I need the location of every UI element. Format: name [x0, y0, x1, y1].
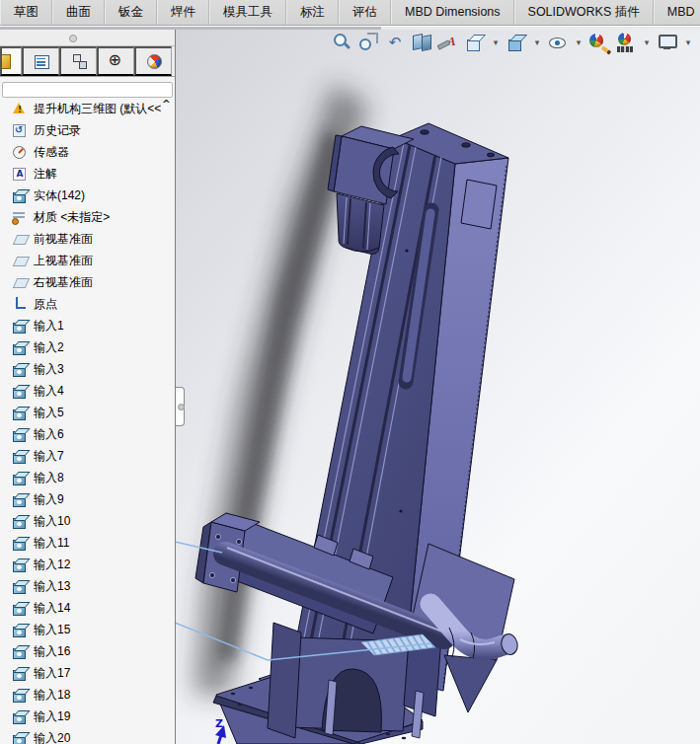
configurationmanager-tab[interactable]: [59, 46, 97, 76]
ribbon-bottom-strip-left: [0, 27, 381, 30]
tree-item[interactable]: 输入19: [0, 706, 175, 727]
tree-scroll-up-arrow[interactable]: ^: [162, 99, 171, 111]
tree-item[interactable]: 原点: [0, 293, 175, 315]
view-orientation-button[interactable]: [463, 31, 487, 54]
zoom-to-area-button[interactable]: [356, 31, 380, 54]
tree-item-label: 输入3: [34, 361, 64, 378]
ribbon-tab[interactable]: MBD Dimensions: [391, 0, 514, 25]
tree-item[interactable]: 输入18: [0, 684, 175, 706]
cube-icon: [12, 405, 28, 420]
tree-root-item[interactable]: 提升机构三维图 (默认<<: [0, 98, 175, 119]
displaymanager-tab[interactable]: [134, 46, 172, 76]
tree-item-label: 输入10: [34, 513, 70, 530]
previous-view-button[interactable]: ↶: [383, 31, 407, 54]
cube-icon: [12, 665, 28, 681]
tree-item[interactable]: 前视基准面: [0, 228, 175, 250]
cube-icon: [12, 730, 28, 744]
cube-icon: [12, 491, 28, 507]
hide-show-items-button[interactable]: [546, 31, 570, 54]
cube-icon: [12, 708, 28, 724]
tree-item-label: 历史记录: [34, 122, 81, 139]
view-orientation-dropdown[interactable]: ▾: [490, 31, 502, 54]
section-view-button[interactable]: [410, 31, 433, 54]
cube-icon: [12, 339, 28, 355]
tree-item[interactable]: 输入1: [0, 315, 175, 336]
tree-item-label: 原点: [34, 296, 57, 313]
propertymanager-tab[interactable]: [22, 46, 59, 76]
tree-item-label: 输入15: [34, 622, 70, 638]
ribbon-tab[interactable]: 草图: [0, 0, 52, 25]
cube-icon: [12, 470, 28, 485]
ribbon-tab[interactable]: 模具工具: [209, 0, 286, 25]
ribbon-tab[interactable]: 评估: [339, 0, 391, 25]
tree-item-label: 输入6: [34, 426, 64, 443]
graphics-area[interactable]: Z ↶: [175, 30, 700, 744]
hide-show-items-dropdown[interactable]: ▾: [573, 31, 584, 54]
apply-scene-dropdown[interactable]: ▾: [641, 31, 653, 54]
edit-appearance-button[interactable]: [587, 31, 611, 54]
ribbon-tab[interactable]: 曲面: [52, 0, 105, 25]
feature-tree: 提升机构三维图 (默认<< 历史记录 传感器 注解: [0, 98, 175, 744]
ribbon-tab[interactable]: 焊件: [157, 0, 209, 25]
history-icon: [12, 122, 28, 138]
tree-item[interactable]: 右视基准面: [0, 271, 175, 293]
display-style-dropdown[interactable]: ▾: [531, 31, 543, 54]
tree-item-label: 前视基准面: [34, 231, 93, 248]
tree-item[interactable]: 输入9: [0, 488, 175, 510]
tree-filter-input[interactable]: [2, 82, 173, 98]
tree-item-label: 传感器: [34, 144, 69, 161]
tree-item[interactable]: 输入14: [0, 597, 175, 619]
model-canvas[interactable]: Z: [175, 30, 700, 744]
display-style-button[interactable]: [505, 31, 528, 54]
tree-item[interactable]: 输入15: [0, 619, 175, 640]
plane-icon: [12, 274, 28, 290]
tree-item-label: 输入5: [34, 405, 64, 421]
tree-root-label: 提升机构三维图 (默认<<: [34, 101, 161, 117]
tree-item[interactable]: 上视基准面: [0, 250, 175, 271]
tree-item[interactable]: 输入12: [0, 554, 175, 575]
tree-item[interactable]: 输入8: [0, 467, 175, 488]
tree-item-label: 输入2: [34, 339, 64, 356]
tree-item[interactable]: 材质 <未指定>: [0, 206, 175, 228]
panel-grip-handle[interactable]: [0, 30, 175, 45]
cube-icon: [12, 622, 28, 637]
ribbon-tab[interactable]: 标注: [286, 0, 339, 25]
tree-item[interactable]: 输入7: [0, 445, 175, 467]
panel-splitter-handle[interactable]: [176, 387, 185, 426]
tree-item-label: 输入4: [34, 383, 64, 400]
ribbon-tab[interactable]: 钣金: [105, 0, 157, 25]
tree-item-label: 输入13: [34, 578, 70, 595]
view-settings-button[interactable]: [656, 31, 679, 54]
note-icon: [12, 166, 28, 182]
tree-item[interactable]: 历史记录: [0, 119, 175, 141]
dynamic-annotation-views-button[interactable]: [436, 31, 460, 54]
tree-item[interactable]: 注解: [0, 163, 175, 185]
tree-item[interactable]: 输入17: [0, 662, 175, 684]
tree-item-label: 输入12: [34, 557, 70, 573]
tree-item[interactable]: 输入16: [0, 640, 175, 662]
ribbon-tab[interactable]: SOLIDWORKS 插件: [514, 0, 654, 25]
tree-item[interactable]: 输入10: [0, 510, 175, 532]
view-settings-dropdown[interactable]: ▾: [682, 31, 694, 54]
tree-item[interactable]: 传感器: [0, 141, 175, 163]
plane-icon: [12, 253, 28, 268]
tree-item[interactable]: 输入4: [0, 380, 175, 402]
ribbon-tab[interactable]: MBD: [654, 0, 700, 25]
tree-item[interactable]: 输入13: [0, 575, 175, 597]
dimxpertmanager-tab[interactable]: [97, 46, 134, 76]
cube-icon: [12, 643, 28, 659]
tree-item[interactable]: 输入11: [0, 532, 175, 554]
sensor-icon: [12, 144, 28, 160]
tree-item[interactable]: 实体(142): [0, 185, 175, 206]
tree-item[interactable]: 输入6: [0, 423, 175, 445]
tree-item-label: 上视基准面: [34, 253, 93, 269]
tree-item[interactable]: 输入2: [0, 336, 175, 358]
tree-item[interactable]: 输入3: [0, 358, 175, 380]
zoom-to-fit-button[interactable]: [330, 31, 353, 54]
apply-scene-button[interactable]: [614, 31, 638, 54]
cube-icon: [12, 361, 28, 377]
cube-icon: [12, 600, 28, 616]
tree-item[interactable]: 输入20: [0, 727, 175, 744]
tree-item[interactable]: 输入5: [0, 402, 175, 423]
featuremanager-tree-tab[interactable]: [0, 46, 22, 76]
